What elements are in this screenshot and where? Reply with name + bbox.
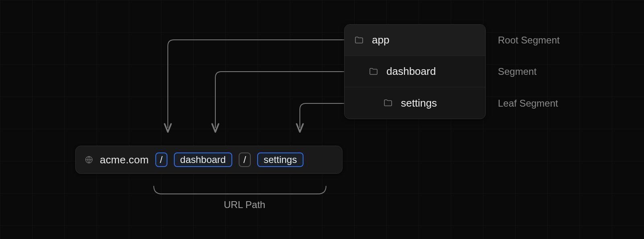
tree-row-label: dashboard <box>386 65 436 78</box>
annotation-leaf-segment: Leaf Segment <box>498 98 558 109</box>
tree-row-dashboard: dashboard <box>345 56 485 87</box>
tree-row-label: settings <box>401 97 437 109</box>
annotation-segment: Segment <box>498 66 537 77</box>
globe-icon <box>85 155 93 164</box>
url-bar: acme.com / dashboard / settings <box>75 146 343 174</box>
url-domain: acme.com <box>100 154 149 166</box>
tree-row-label: app <box>372 34 389 46</box>
annotation-root-segment: Root Segment <box>498 35 559 46</box>
folder-icon <box>383 98 393 108</box>
url-segment-settings: settings <box>257 152 303 167</box>
tree-row-settings: settings <box>345 87 485 119</box>
url-path-caption: URL Path <box>224 199 265 210</box>
url-segment-root-slash: / <box>155 152 167 167</box>
url-segment-slash: / <box>239 152 251 167</box>
tree-row-app: app <box>345 25 485 56</box>
url-segment-dashboard: dashboard <box>174 152 232 167</box>
folder-icon <box>354 35 364 45</box>
folder-tree-panel: app dashboard settings <box>344 24 486 119</box>
folder-icon <box>369 67 378 76</box>
